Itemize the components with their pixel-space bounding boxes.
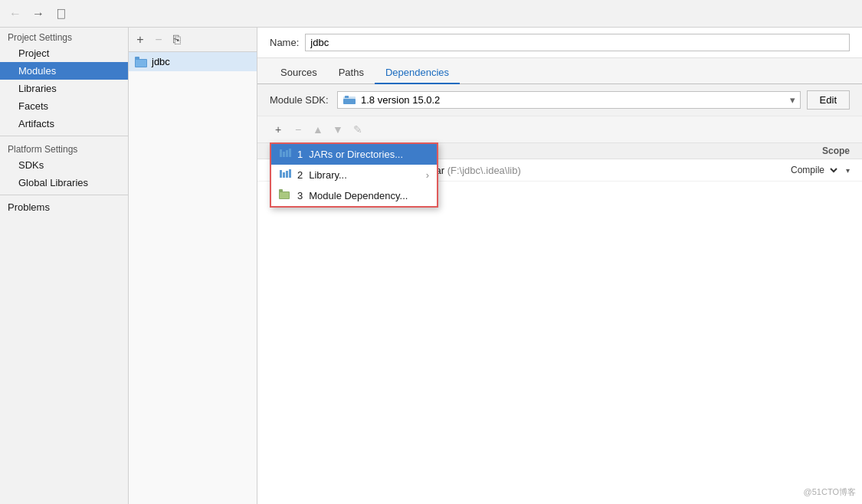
submenu-arrow-icon: › bbox=[426, 169, 429, 181]
dropdown-item-module-dep[interactable]: 3 Module Dependency... bbox=[271, 185, 437, 206]
deps-toolbar: + − ▲ ▼ ✎ bbox=[257, 116, 862, 143]
module-remove-button[interactable]: − bbox=[150, 31, 167, 48]
module-item-jdbc[interactable]: jdbc bbox=[129, 52, 257, 71]
forward-button[interactable]: → bbox=[29, 5, 48, 23]
tabs-row: Sources Paths Dependencies bbox=[257, 58, 862, 84]
sdk-row: Module SDK: 1.8 version 15.0.2 ▾ Edit bbox=[257, 84, 862, 116]
svg-rect-13 bbox=[289, 169, 291, 178]
dropdown-item-jars[interactable]: 1 JARs or Directories... bbox=[271, 144, 437, 165]
top-toolbar: ← → ⎕ bbox=[0, 0, 862, 28]
sidebar-item-libraries[interactable]: Libraries bbox=[0, 80, 128, 97]
name-label: Name: bbox=[270, 37, 299, 48]
tab-sources[interactable]: Sources bbox=[270, 62, 328, 84]
name-row: Name: bbox=[257, 28, 862, 58]
sidebar-item-problems[interactable]: Problems bbox=[0, 198, 128, 216]
sdk-label: Module SDK: bbox=[270, 94, 331, 106]
sdk-value: 1.8 version 15.0.2 bbox=[361, 94, 440, 106]
svg-rect-2 bbox=[136, 60, 146, 67]
sidebar-item-artifacts[interactable]: Artifacts bbox=[0, 115, 128, 133]
svg-rect-10 bbox=[280, 170, 282, 178]
svg-rect-4 bbox=[343, 99, 356, 104]
module-list-area: + − ⎘ jdbc bbox=[129, 28, 257, 504]
deps-remove-button[interactable]: − bbox=[290, 121, 306, 138]
tab-dependencies[interactable]: Dependencies bbox=[375, 62, 460, 84]
copy-button[interactable]: ⎕ bbox=[52, 5, 70, 23]
sdk-edit-button[interactable]: Edit bbox=[807, 90, 850, 110]
sidebar: Project Settings Project Modules Librari… bbox=[0, 28, 129, 504]
sidebar-item-global-libraries[interactable]: Global Libraries bbox=[0, 174, 128, 191]
sdk-icon bbox=[343, 95, 356, 106]
middle-panel: + − ⎘ jdbc Name: Sources bbox=[129, 28, 862, 504]
module-list-toolbar: + − ⎘ bbox=[129, 28, 257, 52]
tab-paths[interactable]: Paths bbox=[328, 62, 375, 84]
deps-add-button[interactable]: + bbox=[270, 121, 287, 138]
module-copy-button[interactable]: ⎘ bbox=[169, 31, 185, 48]
project-settings-label: Project Settings bbox=[0, 28, 128, 44]
sidebar-divider bbox=[0, 136, 128, 136]
dep-scope-select[interactable]: Compile Runtime Test Provided bbox=[788, 164, 840, 176]
dep-path: (F:\jdbc\.idea\lib) bbox=[447, 165, 521, 176]
dropdown-item-3-num: 3 bbox=[297, 190, 303, 201]
sidebar-item-project[interactable]: Project bbox=[0, 44, 128, 62]
dep-scope-arrow: ▾ bbox=[846, 166, 850, 175]
dropdown-item-1-num: 1 bbox=[297, 149, 303, 160]
main-content: Project Settings Project Modules Librari… bbox=[0, 28, 862, 504]
svg-rect-15 bbox=[279, 189, 283, 192]
sidebar-item-sdks[interactable]: SDKs bbox=[0, 156, 128, 174]
svg-rect-7 bbox=[283, 152, 285, 157]
scope-header-label: Scope bbox=[822, 146, 850, 156]
sidebar-divider-2 bbox=[0, 195, 128, 195]
svg-rect-12 bbox=[286, 171, 288, 178]
deps-up-button[interactable]: ▲ bbox=[310, 121, 326, 138]
svg-rect-1 bbox=[135, 57, 139, 60]
platform-settings-label: Platform Settings bbox=[0, 139, 128, 156]
sdk-select[interactable]: 1.8 version 15.0.2 ▾ bbox=[337, 91, 801, 109]
dropdown-item-library[interactable]: 2 Library... › bbox=[271, 165, 437, 185]
deps-edit-button[interactable]: ✎ bbox=[349, 121, 366, 138]
name-input[interactable] bbox=[305, 34, 850, 51]
watermark: @51CTO博客 bbox=[804, 486, 856, 498]
dropdown-item-1-label: JARs or Directories... bbox=[309, 149, 403, 160]
svg-rect-6 bbox=[280, 149, 282, 157]
module-folder-icon bbox=[135, 57, 147, 67]
svg-rect-16 bbox=[280, 192, 289, 198]
svg-rect-5 bbox=[345, 96, 349, 98]
dropdown-item-2-label: Library... bbox=[309, 169, 347, 181]
sidebar-item-facets[interactable]: Facets bbox=[0, 97, 128, 115]
jars-icon bbox=[279, 148, 291, 161]
deps-list: mysql-connector-java-8.0.21.jar (F:\jdbc… bbox=[257, 159, 862, 504]
module-name: jdbc bbox=[152, 56, 170, 67]
module-dep-icon bbox=[279, 189, 291, 202]
content-area: Name: Sources Paths Dependencies Module … bbox=[257, 28, 862, 504]
svg-rect-9 bbox=[289, 149, 291, 157]
sidebar-item-modules[interactable]: Modules bbox=[0, 62, 128, 80]
library-icon bbox=[279, 169, 291, 182]
dropdown-menu: 1 JARs or Directories... 2 bbox=[270, 142, 438, 208]
deps-down-button[interactable]: ▼ bbox=[329, 121, 346, 138]
module-add-button[interactable]: + bbox=[132, 31, 149, 48]
sdk-dropdown-arrow: ▾ bbox=[790, 94, 795, 106]
svg-rect-11 bbox=[283, 172, 285, 178]
svg-rect-8 bbox=[286, 150, 288, 157]
back-button[interactable]: ← bbox=[6, 5, 25, 23]
dropdown-item-3-label: Module Dependency... bbox=[309, 190, 408, 201]
dropdown-item-2-num: 2 bbox=[297, 169, 303, 181]
